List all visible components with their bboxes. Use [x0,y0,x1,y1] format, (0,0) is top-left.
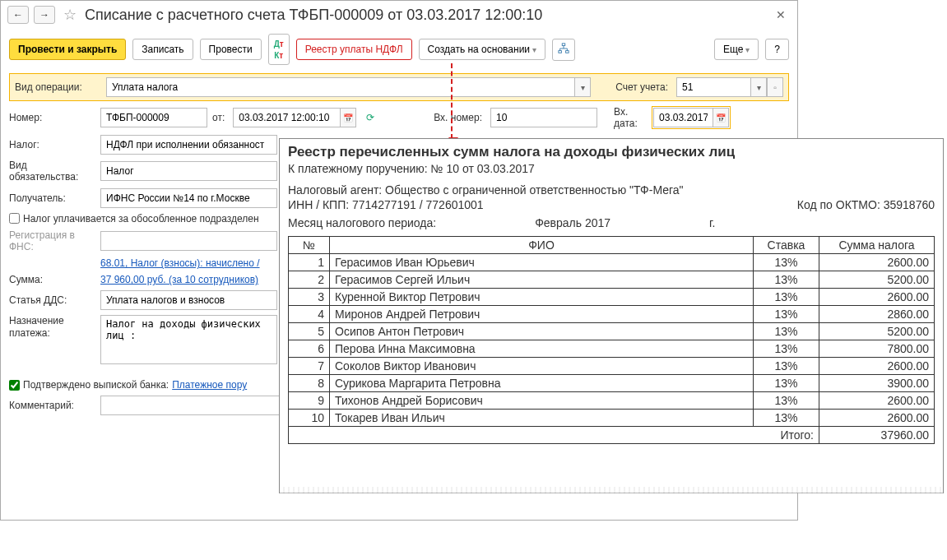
post-button[interactable]: Провести [200,39,262,60]
recipient-input[interactable] [100,188,277,208]
report-period-suffix: г. [709,216,715,229]
cell-num: 2 [289,271,330,289]
structure-icon [558,43,569,54]
favorite-star-icon[interactable]: ☆ [63,6,77,24]
cell-amount: 7800.00 [819,340,935,358]
report-subtitle: К платежному поручению: № 10 от 03.03.20… [288,162,935,175]
svg-rect-0 [562,43,565,45]
cell-fio: Тихонов Андрей Борисович [330,392,754,410]
nav-back-button[interactable]: ← [7,6,29,24]
ndfl-registry-button[interactable]: Реестр уплаты НДФЛ [296,39,412,60]
cell-num: 3 [289,289,330,306]
report-overlay: Реестр перечисленных сумм налога на дохо… [279,138,944,493]
confirmed-checkbox[interactable] [9,380,20,391]
in-date-label: Вх. дата: [614,106,647,130]
report-period-value: Февраль 2017 [535,216,610,229]
account-dropdown-icon[interactable]: ▾ [750,77,767,97]
cell-num: 8 [289,375,330,392]
refresh-icon[interactable]: ⟳ [366,112,374,123]
col-rate: Ставка [754,237,819,254]
tax-input[interactable] [100,135,277,155]
in-date-calendar-icon[interactable]: 📅 [713,108,729,127]
cell-rate: 13% [754,410,819,427]
report-period-label: Месяц налогового периода: [288,216,436,229]
table-row: 6Перова Инна Максимовна13%7800.00 [289,340,935,358]
create-based-on-button[interactable]: Создать на основании [419,39,545,60]
obligation-type-label: Вид обязательства: [9,160,95,183]
table-row: 9Тихонов Андрей Борисович13%2600.00 [289,392,935,410]
tax-accrued-link[interactable]: 68.01, Налог (взносы): начислено / [100,257,260,269]
save-button[interactable]: Записать [132,39,193,60]
total-label: Итого: [289,427,819,444]
cell-num: 10 [289,410,330,427]
separate-unit-label: Налог уплачивается за обособленное подра… [23,213,259,224]
fns-reg-label: Регистрация в ФНС: [9,229,95,253]
col-fio: ФИО [330,237,754,254]
table-row: 1Герасимов Иван Юрьевич13%2600.00 [289,254,935,271]
operation-type-row: Вид операции: ▾ Счет учета: ▾ ▫ [9,73,789,101]
col-num: № [289,237,330,254]
recipient-label: Получатель: [9,192,95,204]
separate-unit-checkbox[interactable] [9,213,20,224]
help-button[interactable]: ? [765,39,789,60]
cell-amount: 2600.00 [819,358,935,375]
cell-rate: 13% [754,271,819,289]
payment-order-link[interactable]: Платежное пору [172,379,247,391]
cell-num: 4 [289,306,330,323]
cell-amount: 5200.00 [819,271,935,289]
op-type-dropdown-icon[interactable]: ▾ [574,77,591,97]
dds-input[interactable] [100,290,277,310]
svg-rect-2 [565,50,569,53]
close-button[interactable]: ✕ [771,7,791,23]
table-row: 7Соколов Виктор Иванович13%2600.00 [289,358,935,375]
cell-fio: Осипов Антон Петрович [330,323,754,340]
cell-fio: Герасимов Сергей Ильич [330,271,754,289]
account-open-icon[interactable]: ▫ [767,77,783,97]
cell-rate: 13% [754,289,819,306]
account-input[interactable] [676,77,750,97]
in-date-input[interactable] [653,108,713,127]
cell-amount: 2600.00 [819,289,935,306]
cell-amount: 2600.00 [819,392,935,410]
cell-amount: 2600.00 [819,254,935,271]
cell-rate: 13% [754,340,819,358]
post-and-close-button[interactable]: Провести и закрыть [9,39,126,60]
cell-amount: 2600.00 [819,410,935,427]
cell-rate: 13% [754,254,819,271]
more-button[interactable]: Еще [714,39,759,60]
op-type-input[interactable] [106,77,574,97]
date-input[interactable] [233,108,340,127]
account-label: Счет учета: [615,81,668,93]
sum-link[interactable]: 37 960,00 руб. (за 10 сотрудников) [100,274,258,285]
report-oktmo: Код по ОКТМО: 35918760 [797,198,935,211]
nav-forward-button[interactable]: → [34,6,55,24]
number-input[interactable] [100,108,207,127]
structure-button[interactable] [552,39,575,61]
in-number-label: Вх. номер: [434,112,482,123]
report-title: Реестр перечисленных сумм налога на дохо… [288,144,935,160]
table-row: 2Герасимов Сергей Ильич13%5200.00 [289,271,935,289]
fns-reg-input[interactable] [100,231,277,251]
cell-fio: Соколов Виктор Иванович [330,358,754,375]
table-row: 5Осипов Антон Петрович13%5200.00 [289,323,935,340]
from-label: от: [212,112,225,123]
cell-num: 9 [289,392,330,410]
purpose-textarea[interactable]: Налог на доходы физических лиц : [100,315,277,364]
calendar-icon[interactable]: 📅 [340,108,356,127]
table-row: 4Миронов Андрей Петрович13%2860.00 [289,306,935,323]
confirmed-label: Подтверждено выпиской банка: [23,379,169,391]
toolbar: Провести и закрыть Записать Провести ДтК… [1,29,797,70]
cell-num: 5 [289,323,330,340]
cell-fio: Куренной Виктор Петрович [330,289,754,306]
report-agent: Налоговый агент: Общество с ограниченной… [288,183,935,197]
purpose-label: Назначение платежа: [9,315,95,339]
in-number-input[interactable] [490,108,597,127]
debit-credit-button[interactable]: ДтКт [268,34,290,65]
obligation-type-input[interactable] [100,161,277,181]
cell-num: 6 [289,340,330,358]
svg-rect-1 [559,50,562,53]
cell-rate: 13% [754,358,819,375]
cell-rate: 13% [754,375,819,392]
torn-edge [280,487,943,493]
comment-label: Комментарий: [9,400,95,411]
